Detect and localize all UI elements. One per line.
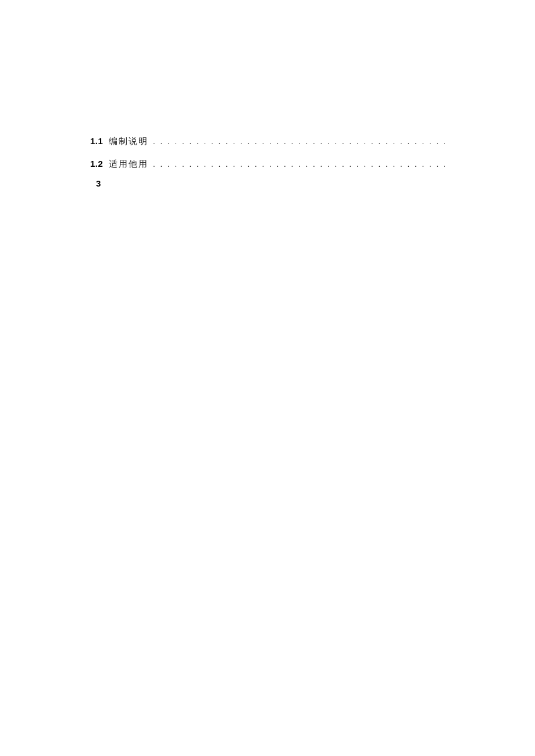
toc-entry: 1.2 适用他用 . . . . . . . . . . . . . . . .… <box>90 156 445 172</box>
toc-leader-dots: . . . . . . . . . . . . . . . . . . . . … <box>153 135 445 149</box>
toc-entry-title: 适用他用 <box>109 157 148 172</box>
toc-entry-number: 1.1 <box>90 134 103 149</box>
toc-entry: 1.1 编制说明 . . . . . . . . . . . . . . . .… <box>90 134 445 149</box>
page-number: 3 <box>90 178 445 188</box>
table-of-contents: 1.1 编制说明 . . . . . . . . . . . . . . . .… <box>90 134 445 188</box>
toc-leader-dots: . . . . . . . . . . . . . . . . . . . . … <box>153 158 445 171</box>
toc-entry-number: 1.2 <box>90 156 103 171</box>
toc-entry-title: 编制说明 <box>109 134 148 149</box>
